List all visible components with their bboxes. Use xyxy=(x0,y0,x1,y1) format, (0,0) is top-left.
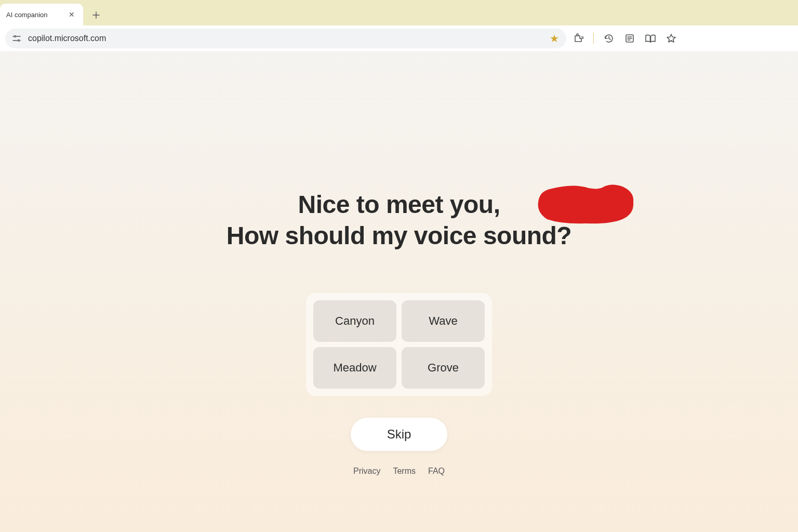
voice-option-meadow[interactable]: Meadow xyxy=(313,347,396,389)
privacy-link[interactable]: Privacy xyxy=(353,467,380,476)
footer-links: Privacy Terms FAQ xyxy=(353,467,445,476)
address-bar[interactable]: copilot.microsoft.com ★ xyxy=(5,29,566,48)
reader-mode-icon[interactable] xyxy=(645,33,656,44)
url-text: copilot.microsoft.com xyxy=(28,34,543,43)
browser-tab[interactable]: AI companion ✕ xyxy=(0,4,83,25)
toolbar-divider xyxy=(593,33,594,44)
heading-line-2: How should my voice sound? xyxy=(139,220,659,251)
heading: Nice to meet you, How should my voice so… xyxy=(139,189,659,251)
faq-link[interactable]: FAQ xyxy=(428,467,445,476)
page-content: Nice to meet you, How should my voice so… xyxy=(0,51,798,532)
history-icon[interactable] xyxy=(603,33,615,44)
favorite-star-icon[interactable] xyxy=(666,33,677,44)
skip-button[interactable]: Skip xyxy=(351,418,448,451)
close-tab-icon[interactable]: ✕ xyxy=(66,9,77,20)
address-bar-container: copilot.microsoft.com ★ xyxy=(0,25,798,51)
site-settings-icon[interactable] xyxy=(12,34,22,43)
redacted-name-overlay xyxy=(537,184,635,224)
toolbar-icons xyxy=(573,33,680,44)
voice-option-wave[interactable]: Wave xyxy=(402,300,485,342)
reading-list-icon[interactable] xyxy=(624,33,635,44)
voice-option-canyon[interactable]: Canyon xyxy=(313,300,396,342)
tab-title: AI companion xyxy=(6,11,66,19)
new-tab-button[interactable] xyxy=(88,7,104,23)
bookmark-star-icon[interactable]: ★ xyxy=(550,32,559,45)
voice-option-grove[interactable]: Grove xyxy=(402,347,485,389)
extensions-icon[interactable] xyxy=(573,33,584,44)
voice-options-grid: Canyon Wave Meadow Grove xyxy=(306,293,492,396)
browser-tab-strip: AI companion ✕ xyxy=(0,0,798,25)
terms-link[interactable]: Terms xyxy=(393,467,416,476)
